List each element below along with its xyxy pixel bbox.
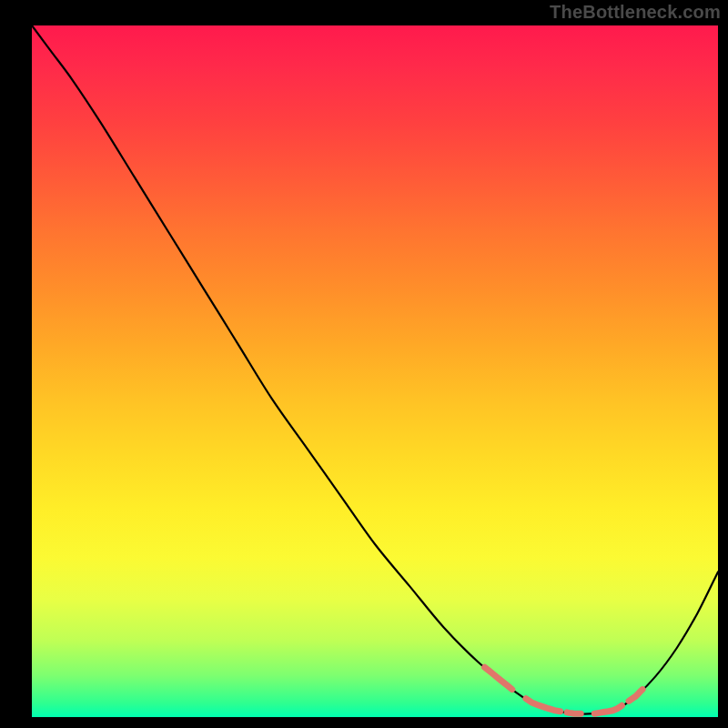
marker-dash-4 (629, 690, 642, 702)
marker-dash-group (485, 667, 643, 713)
marker-dash-1 (526, 699, 561, 712)
marker-dash-2 (567, 713, 581, 713)
marker-dash-3 (594, 705, 622, 713)
watermark-text: TheBottleneck.com (550, 2, 721, 23)
bottleneck-curve (32, 25, 718, 714)
marker-dash-0 (485, 667, 512, 689)
bottleneck-curve-svg (32, 25, 718, 717)
chart-frame: TheBottleneck.com (0, 0, 728, 728)
chart-plot-area (32, 25, 718, 717)
